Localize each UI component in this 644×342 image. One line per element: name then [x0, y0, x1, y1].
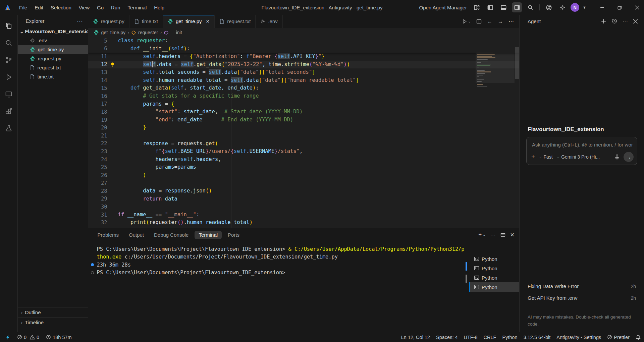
file-item-time.txt[interactable]: time.txt	[18, 72, 88, 81]
tab-.env[interactable]: .env	[256, 15, 282, 28]
microphone-icon[interactable]	[614, 154, 620, 160]
code-line-32[interactable]: 32 print(requester().human_readable_tota…	[88, 219, 519, 227]
breadcrumb-file[interactable]: get_time.py	[101, 30, 125, 35]
menu-terminal[interactable]: Terminal	[124, 3, 151, 12]
terminal-instance-4[interactable]: Python	[469, 282, 519, 292]
close-window-button[interactable]	[630, 0, 644, 15]
code-line-17[interactable]: 17 params = {	[88, 100, 519, 108]
encoding[interactable]: UTF-8	[461, 332, 481, 342]
history-item[interactable]: Get API Key from .env2h	[520, 292, 644, 304]
panel-more-icon[interactable]: ⋯	[490, 232, 496, 238]
navigate-back-icon[interactable]: ←	[487, 18, 492, 24]
notifications-bell-icon[interactable]	[633, 332, 644, 342]
tab-get_time.py[interactable]: get_time.py✕	[163, 15, 215, 28]
terminal-instance-3[interactable]: Python	[469, 273, 519, 282]
source-control-icon[interactable]	[2, 54, 15, 66]
code-line-12[interactable]: 12 self.data = self.get_data("2025-12-22…	[88, 61, 519, 69]
search-sidebar-icon[interactable]	[2, 37, 15, 49]
code-line-31[interactable]: 31if __name__ == "__main__":	[88, 211, 519, 219]
code-line-18[interactable]: 18 "start": start_date, # Start date (YY…	[88, 108, 519, 116]
tab-time.txt[interactable]: time.txt	[129, 15, 163, 28]
menu-view[interactable]: View	[75, 3, 93, 12]
language-mode[interactable]: Python	[499, 332, 520, 342]
send-button[interactable]: →	[624, 152, 634, 162]
code-line-28[interactable]: 28 data = response.json()	[88, 187, 519, 195]
minimize-button[interactable]	[595, 0, 609, 15]
code-line-6[interactable]: 6 def __init__(self):	[88, 45, 519, 53]
navigate-forward-icon[interactable]: →	[498, 18, 503, 24]
editor-scrollbar[interactable]	[515, 37, 519, 228]
maximize-panel-icon[interactable]	[500, 232, 505, 237]
code-line-24[interactable]: 24 headers=self.headers,	[88, 156, 519, 164]
breadcrumb-method[interactable]: __init__	[171, 30, 187, 35]
toggle-left-sidebar-icon[interactable]	[485, 2, 495, 12]
explorer-more-actions-icon[interactable]: ···	[77, 18, 83, 24]
panel-tab-ports[interactable]: Ports	[224, 231, 244, 239]
time-tracker[interactable]: 18h 57m	[43, 332, 74, 342]
terminal-instance-2[interactable]: Python	[469, 264, 519, 273]
browser-icon[interactable]	[544, 2, 554, 12]
code-line-21[interactable]: 21	[88, 132, 519, 140]
lightbulb-icon[interactable]	[107, 62, 118, 67]
agent-more-icon[interactable]: ···	[623, 18, 628, 24]
minimap[interactable]	[476, 37, 515, 228]
agent-input-box[interactable]: Ask anything (Ctrl+L), @ to mention, / f…	[526, 137, 637, 165]
file-item-.env[interactable]: .env	[18, 36, 88, 45]
open-agent-manager-button[interactable]: Open Agent Manager	[419, 5, 467, 10]
outline-section[interactable]: › Outline	[18, 307, 88, 317]
code-line-16[interactable]: 16 # Get stats for a specific time range	[88, 92, 519, 100]
close-agent-panel-icon[interactable]	[633, 19, 638, 24]
run-python-file-icon[interactable]: ⌄	[462, 19, 471, 24]
remote-explorer-icon[interactable]	[2, 88, 15, 101]
model-dropdown[interactable]: ⌄ Gemini 3 Pro (Hi...	[557, 154, 600, 160]
menu-help[interactable]: Help	[150, 3, 168, 12]
panel-tab-terminal[interactable]: Terminal	[195, 231, 222, 239]
problems-status[interactable]: 0 0	[14, 332, 42, 342]
code-line-26[interactable]: 26 )	[88, 171, 519, 179]
menu-file[interactable]: File	[15, 3, 31, 12]
file-item-request.txt[interactable]: request.txt	[18, 63, 88, 72]
mode-dropdown[interactable]: ⌄ Fast	[539, 154, 553, 160]
account-chevron-icon[interactable]: ▼	[583, 5, 586, 9]
toggle-panel-icon[interactable]	[498, 2, 508, 12]
history-item[interactable]: Fixing Data Write Error2h	[520, 280, 644, 292]
new-chat-icon[interactable]	[601, 18, 606, 24]
code-line-14[interactable]: 14 self.human_readable_total = self.data…	[88, 76, 519, 84]
editor-more-actions-icon[interactable]: ⋯	[508, 18, 514, 24]
split-editor-icon[interactable]	[476, 19, 482, 24]
code-line-27[interactable]: 27	[88, 179, 519, 187]
eol-sequence[interactable]: CRLF	[481, 332, 499, 342]
restore-button[interactable]	[612, 0, 627, 15]
breadcrumb[interactable]: get_time.py › requester › __init__	[88, 28, 519, 37]
testing-flask-icon[interactable]	[2, 122, 15, 135]
code-line-11[interactable]: 11 self.headers = {"Authorization": f"Be…	[88, 53, 519, 61]
settings-gear-icon[interactable]	[557, 2, 567, 12]
code-line-29[interactable]: 29 return data	[88, 195, 519, 203]
new-terminal-icon[interactable]: +⌄	[478, 231, 485, 238]
menu-run[interactable]: Run	[107, 3, 124, 12]
attach-icon[interactable]: +	[531, 153, 535, 161]
code-editor[interactable]: 11 self.headers = {"Authorization": f"Be…	[88, 37, 519, 228]
code-line-22[interactable]: 22 response = requests.get(	[88, 140, 519, 148]
code-line-23[interactable]: 23 f"{self.BASE_URL}/users/{self.USERNAM…	[88, 148, 519, 156]
agent-manager-icon[interactable]	[472, 2, 482, 12]
terminal-output[interactable]: PS C:\Users\User\Documents\Project\Flavo…	[88, 241, 464, 332]
extensions-icon[interactable]	[2, 105, 15, 118]
menu-selection[interactable]: Selection	[47, 3, 75, 12]
search-icon[interactable]	[525, 2, 535, 12]
toggle-right-sidebar-icon[interactable]	[512, 2, 522, 12]
python-interpreter[interactable]: 3.12.5 64-bit	[521, 332, 554, 342]
tab-request.py[interactable]: request.py	[88, 15, 129, 28]
code-line-30[interactable]: 30	[88, 203, 519, 211]
panel-tab-output[interactable]: Output	[125, 231, 148, 239]
run-debug-icon[interactable]	[2, 71, 15, 83]
close-panel-icon[interactable]: ✕	[510, 232, 515, 238]
user-avatar[interactable]: N	[571, 3, 579, 12]
file-item-get_time.py[interactable]: get_time.py	[18, 45, 88, 54]
panel-tab-problems[interactable]: Problems	[94, 231, 123, 239]
menu-go[interactable]: Go	[93, 3, 107, 12]
terminal-instance-1[interactable]: Python	[469, 254, 519, 264]
panel-tab-debug-console[interactable]: Debug Console	[150, 231, 193, 239]
tab-request.txt[interactable]: request.txt	[215, 15, 256, 28]
breadcrumb-class[interactable]: requester	[138, 30, 158, 35]
